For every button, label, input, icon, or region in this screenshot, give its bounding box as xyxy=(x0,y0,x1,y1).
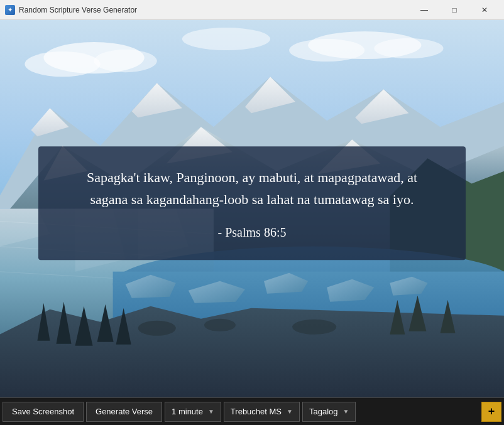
language-dropdown-arrow: ▼ xyxy=(342,408,349,415)
language-dropdown[interactable]: Tagalog ▼ xyxy=(302,402,356,422)
main-content: Sapagka't ikaw, Panginoon, ay mabuti, at… xyxy=(0,20,504,397)
svg-point-6 xyxy=(374,38,443,58)
interval-label: 1 minute xyxy=(172,407,203,416)
generate-verse-button[interactable]: Generate Verse xyxy=(86,402,162,422)
minimize-button[interactable]: — xyxy=(410,1,439,19)
svg-marker-32 xyxy=(0,306,504,397)
svg-point-3 xyxy=(94,50,157,72)
app-icon: ✦ xyxy=(5,5,15,15)
toolbar: Save Screenshot Generate Verse 1 minute … xyxy=(0,397,504,425)
maximize-button[interactable]: □ xyxy=(440,1,469,19)
language-label: Tagalog xyxy=(309,407,338,416)
svg-point-43 xyxy=(292,320,336,335)
svg-point-41 xyxy=(138,321,176,336)
interval-dropdown-arrow: ▼ xyxy=(208,408,214,415)
save-screenshot-button[interactable]: Save Screenshot xyxy=(3,402,84,422)
interval-dropdown[interactable]: 1 minute ▼ xyxy=(165,402,221,422)
title-bar: ✦ Random Scripture Verse Generator — □ ✕ xyxy=(0,0,504,20)
app-icon-symbol: ✦ xyxy=(8,6,13,13)
window-title: Random Scripture Verse Generator xyxy=(19,6,410,14)
svg-point-42 xyxy=(204,319,236,331)
add-button[interactable]: + xyxy=(481,402,501,422)
scripture-reference: - Psalms 86:5 xyxy=(68,225,436,240)
font-dropdown[interactable]: Trebuchet MS ▼ xyxy=(224,402,300,422)
close-button[interactable]: ✕ xyxy=(470,1,499,19)
scripture-overlay: Sapagka't ikaw, Panginoon, ay mabuti, at… xyxy=(38,146,466,260)
scripture-text: Sapagka't ikaw, Panginoon, ay mabuti, at… xyxy=(68,166,436,210)
window-controls: — □ ✕ xyxy=(410,1,499,19)
font-label: Trebuchet MS xyxy=(231,407,282,416)
svg-point-7 xyxy=(182,28,270,50)
svg-point-2 xyxy=(25,51,100,77)
svg-point-5 xyxy=(289,39,364,62)
font-dropdown-arrow: ▼ xyxy=(287,408,293,415)
